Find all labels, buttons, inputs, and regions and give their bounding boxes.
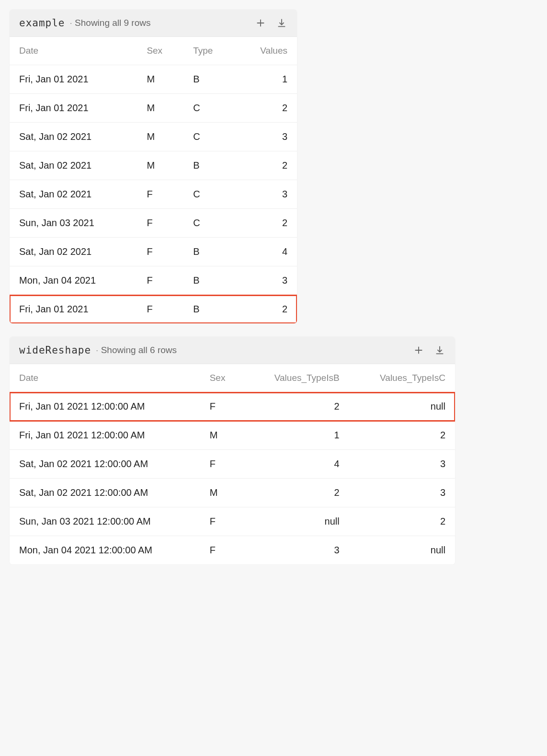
column-header[interactable]: Values_TypeIsC — [349, 364, 455, 392]
table-cell: 2 — [244, 479, 349, 507]
table-cell: 1 — [244, 421, 349, 450]
plus-icon[interactable] — [413, 344, 424, 356]
table-cell: null — [349, 536, 455, 565]
table-row[interactable]: Sat, Jan 02 2021FC3 — [10, 180, 297, 209]
table-cell: Sat, Jan 02 2021 — [10, 151, 137, 180]
table-cell: M — [200, 421, 244, 450]
table-row[interactable]: Sat, Jan 02 2021 12:00:00 AMF43 — [10, 450, 455, 479]
table-cell: 3 — [349, 479, 455, 507]
table-cell: Sat, Jan 02 2021 12:00:00 AM — [10, 450, 200, 479]
table-cell: Sun, Jan 03 2021 — [10, 209, 137, 238]
table-cell: null — [349, 392, 455, 421]
panel-header: wideReshapeShowing all 6 rows — [10, 337, 455, 364]
table-cell: M — [137, 123, 183, 151]
table-row[interactable]: Mon, Jan 04 2021FB3 — [10, 266, 297, 295]
table-row[interactable]: Fri, Jan 01 2021MC2 — [10, 94, 297, 123]
table-cell: B — [183, 295, 235, 324]
table-row[interactable]: Fri, Jan 01 2021FB2 — [10, 295, 297, 324]
table-cell: B — [183, 266, 235, 295]
table-cell: Sat, Jan 02 2021 — [10, 180, 137, 209]
table-row[interactable]: Sun, Jan 03 2021 12:00:00 AMFnull2 — [10, 507, 455, 536]
column-header[interactable]: Date — [10, 364, 200, 392]
table-row[interactable]: Sun, Jan 03 2021FC2 — [10, 209, 297, 238]
table-cell: Fri, Jan 01 2021 — [10, 94, 137, 123]
table-cell: Fri, Jan 01 2021 12:00:00 AM — [10, 421, 200, 450]
table-row[interactable]: Fri, Jan 01 2021MB1 — [10, 65, 297, 94]
table-cell: 1 — [235, 65, 297, 94]
column-header[interactable]: Type — [183, 37, 235, 65]
table-cell: F — [200, 450, 244, 479]
column-header[interactable]: Sex — [137, 37, 183, 65]
column-header[interactable]: Values — [235, 37, 297, 65]
column-header[interactable]: Sex — [200, 364, 244, 392]
panel-title: wideReshape — [19, 344, 91, 356]
table-row[interactable]: Sat, Jan 02 2021MC3 — [10, 123, 297, 151]
table-cell: F — [200, 392, 244, 421]
table-row[interactable]: Sat, Jan 02 2021MB2 — [10, 151, 297, 180]
table-cell: M — [137, 151, 183, 180]
table-cell: Mon, Jan 04 2021 — [10, 266, 137, 295]
table-cell: M — [137, 94, 183, 123]
table-cell: F — [137, 180, 183, 209]
table-cell: 2 — [235, 151, 297, 180]
download-icon[interactable] — [434, 344, 445, 356]
table-cell: B — [183, 65, 235, 94]
table-cell: C — [183, 123, 235, 151]
table-cell: F — [200, 507, 244, 536]
table-row[interactable]: Fri, Jan 01 2021 12:00:00 AMM12 — [10, 421, 455, 450]
table-cell: M — [137, 65, 183, 94]
table-cell: 4 — [235, 238, 297, 266]
table-cell: F — [137, 238, 183, 266]
table-cell: F — [137, 266, 183, 295]
table-cell: Mon, Jan 04 2021 12:00:00 AM — [10, 536, 200, 565]
table-row[interactable]: Sat, Jan 02 2021FB4 — [10, 238, 297, 266]
table-cell: 2 — [235, 295, 297, 324]
table-row[interactable]: Mon, Jan 04 2021 12:00:00 AMF3null — [10, 536, 455, 565]
table-cell: B — [183, 151, 235, 180]
table-panel-wideReshape: wideReshapeShowing all 6 rowsDateSexValu… — [10, 337, 455, 564]
table-cell: C — [183, 94, 235, 123]
table-cell: Fri, Jan 01 2021 — [10, 295, 137, 324]
plus-icon[interactable] — [255, 17, 266, 29]
panel-header: exampleShowing all 9 rows — [10, 10, 297, 37]
table-cell: 2 — [349, 507, 455, 536]
table-cell: Sat, Jan 02 2021 — [10, 238, 137, 266]
table-cell: 3 — [349, 450, 455, 479]
panel-actions — [255, 17, 287, 29]
table-cell: Fri, Jan 01 2021 — [10, 65, 137, 94]
table-row[interactable]: Fri, Jan 01 2021 12:00:00 AMF2null — [10, 392, 455, 421]
table-cell: 3 — [235, 180, 297, 209]
table-cell: C — [183, 180, 235, 209]
table-cell: F — [137, 209, 183, 238]
table-cell: 2 — [349, 421, 455, 450]
table-cell: Sat, Jan 02 2021 — [10, 123, 137, 151]
table-cell: 3 — [235, 266, 297, 295]
panel-actions — [413, 344, 445, 356]
panel-title: example — [19, 17, 65, 29]
table-cell: 3 — [235, 123, 297, 151]
table-cell: F — [200, 536, 244, 565]
panel-subtitle: Showing all 9 rows — [70, 18, 151, 28]
table-cell: 4 — [244, 450, 349, 479]
download-icon[interactable] — [276, 17, 287, 29]
table-cell: null — [244, 507, 349, 536]
table-cell: 2 — [235, 94, 297, 123]
table-cell: 2 — [244, 392, 349, 421]
table-cell: B — [183, 238, 235, 266]
table-cell: Fri, Jan 01 2021 12:00:00 AM — [10, 392, 200, 421]
table-cell: M — [200, 479, 244, 507]
column-header[interactable]: Values_TypeIsB — [244, 364, 349, 392]
column-header[interactable]: Date — [10, 37, 137, 65]
table-panel-example: exampleShowing all 9 rowsDateSexTypeValu… — [10, 10, 297, 323]
table-cell: 2 — [235, 209, 297, 238]
table-row[interactable]: Sat, Jan 02 2021 12:00:00 AMM23 — [10, 479, 455, 507]
data-table: DateSexValues_TypeIsBValues_TypeIsCFri, … — [10, 364, 455, 564]
panel-subtitle: Showing all 6 rows — [96, 345, 177, 355]
table-cell: 3 — [244, 536, 349, 565]
table-cell: C — [183, 209, 235, 238]
table-cell: Sat, Jan 02 2021 12:00:00 AM — [10, 479, 200, 507]
table-cell: Sun, Jan 03 2021 12:00:00 AM — [10, 507, 200, 536]
table-cell: F — [137, 295, 183, 324]
data-table: DateSexTypeValuesFri, Jan 01 2021MB1Fri,… — [10, 37, 297, 323]
